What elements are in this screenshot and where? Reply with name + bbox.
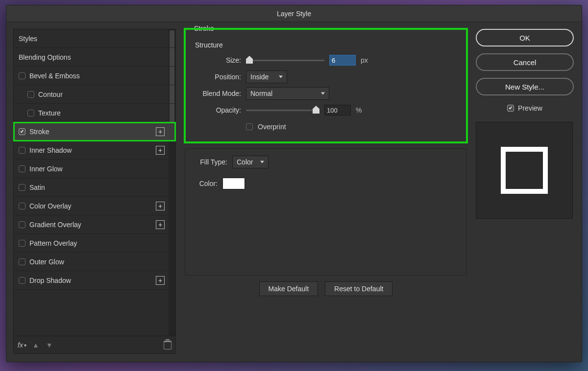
position-value: Inside <box>250 73 269 81</box>
sidebar-item-inner-shadow[interactable]: Inner Shadow+ <box>14 141 175 160</box>
opacity-unit: % <box>356 106 362 114</box>
sidebar-item-label: Inner Glow <box>29 165 63 173</box>
move-up-icon[interactable]: ▲ <box>32 341 39 349</box>
sidebar-item-inner-glow[interactable]: Inner Glow <box>14 160 175 178</box>
add-effect-icon[interactable]: + <box>156 276 165 285</box>
size-slider[interactable] <box>246 57 324 64</box>
add-effect-icon[interactable]: + <box>156 202 165 210</box>
make-default-button[interactable]: Make Default <box>259 281 318 296</box>
sidebar-item-label: Inner Shadow <box>29 146 72 154</box>
blendmode-label: Blend Mode: <box>192 90 241 97</box>
dialog-titlebar: Layer Style <box>6 5 582 22</box>
right-column: OK Cancel New Style... Preview <box>476 29 574 354</box>
sidebar-item-satin[interactable]: Satin <box>14 178 175 197</box>
new-style-button[interactable]: New Style... <box>476 78 574 95</box>
blendmode-value: Normal <box>250 90 272 97</box>
sidebar-item-label: Contour <box>38 91 63 98</box>
effect-checkbox[interactable] <box>19 184 25 191</box>
sidebar-item-gradient-overlay[interactable]: Gradient Overlay+ <box>14 215 175 234</box>
sidebar-header-styles[interactable]: Styles <box>14 29 175 48</box>
sidebar-item-label: Color Overlay <box>29 202 72 210</box>
sidebar-header-blending[interactable]: Blending Options <box>14 48 175 67</box>
opacity-input[interactable] <box>324 105 351 116</box>
sidebar-item-pattern-overlay[interactable]: Pattern Overlay <box>14 234 175 253</box>
position-label: Position: <box>192 73 241 81</box>
preview-checkbox[interactable] <box>507 105 514 112</box>
sidebar-item-label: Gradient Overlay <box>29 221 81 229</box>
sidebar-item-bevel-emboss[interactable]: Bevel & Emboss <box>14 67 175 85</box>
trash-icon[interactable] <box>164 341 172 349</box>
stroke-structure-group: Stroke Structure Size: px Position: Insi… <box>185 29 467 142</box>
opacity-slider[interactable] <box>246 107 319 114</box>
overprint-label: Overprint <box>258 123 286 131</box>
sidebar-footer: fx▾ ▲ ▼ <box>13 336 176 354</box>
add-effect-icon[interactable]: + <box>156 146 165 155</box>
size-input[interactable] <box>329 55 356 66</box>
main-panel: Stroke Structure Size: px Position: Insi… <box>185 29 467 354</box>
sidebar-item-stroke[interactable]: Stroke+ <box>14 122 175 141</box>
ok-button[interactable]: OK <box>476 29 574 46</box>
structure-title: Structure <box>192 41 460 49</box>
filltype-value: Color <box>237 158 253 166</box>
effect-checkbox[interactable] <box>19 203 25 209</box>
position-select[interactable]: Inside <box>246 70 287 83</box>
effect-checkbox[interactable] <box>19 277 25 284</box>
sidebar-item-label: Bevel & Emboss <box>29 72 80 80</box>
size-label: Size: <box>192 56 241 64</box>
effect-checkbox[interactable] <box>19 72 25 79</box>
effect-checkbox[interactable] <box>19 221 25 228</box>
filltype-label: Fill Type: <box>192 158 227 166</box>
sidebar-item-color-overlay[interactable]: Color Overlay+ <box>14 197 175 215</box>
sidebar-header-label: Blending Options <box>19 53 71 61</box>
effect-checkbox[interactable] <box>19 165 25 172</box>
sidebar-item-texture[interactable]: Texture <box>14 104 175 122</box>
dialog-title: Layer Style <box>277 10 311 18</box>
sidebar-item-label: Outer Glow <box>29 258 64 266</box>
sidebar-item-drop-shadow[interactable]: Drop Shadow+ <box>14 271 175 290</box>
preview-label: Preview <box>518 104 542 112</box>
effect-checkbox[interactable] <box>19 258 25 265</box>
sidebar-item-outer-glow[interactable]: Outer Glow <box>14 253 175 271</box>
effect-checkbox[interactable] <box>27 91 34 98</box>
sidebar-item-label: Pattern Overlay <box>29 239 77 247</box>
add-effect-icon[interactable]: + <box>156 127 165 136</box>
sidebar-item-label: Texture <box>38 109 61 117</box>
panel-title: Stroke <box>191 24 217 32</box>
effect-checkbox[interactable] <box>19 128 25 135</box>
effect-checkbox[interactable] <box>19 147 25 154</box>
sidebar-item-label: Drop Shadow <box>29 277 71 284</box>
add-effect-icon[interactable]: + <box>156 220 165 229</box>
move-down-icon[interactable]: ▼ <box>46 341 53 349</box>
reset-default-button[interactable]: Reset to Default <box>325 281 392 296</box>
color-label: Color: <box>192 180 218 187</box>
size-unit: px <box>361 56 368 64</box>
effects-sidebar: Styles Blending Options Bevel & EmbossCo… <box>13 29 176 336</box>
layer-style-dialog: Layer Style Styles Blending Options Beve… <box>6 5 582 362</box>
overprint-checkbox[interactable] <box>246 123 253 130</box>
preview-sample <box>501 147 548 194</box>
blendmode-select[interactable]: Normal <box>246 87 329 100</box>
color-swatch[interactable] <box>222 178 245 189</box>
sidebar-item-label: Satin <box>29 184 45 191</box>
preview-thumbnail <box>476 122 573 219</box>
effect-checkbox[interactable] <box>27 110 34 116</box>
sidebar-header-label: Styles <box>19 35 37 43</box>
sidebar-item-contour[interactable]: Contour <box>14 85 175 104</box>
filltype-select[interactable]: Color <box>232 156 269 168</box>
fx-menu-button[interactable]: fx▾ <box>18 341 25 349</box>
opacity-label: Opacity: <box>192 106 241 114</box>
fill-group: Fill Type: Color Color: <box>185 148 467 276</box>
effect-checkbox[interactable] <box>19 240 25 247</box>
sidebar-item-label: Stroke <box>29 128 49 136</box>
cancel-button[interactable]: Cancel <box>476 53 574 71</box>
